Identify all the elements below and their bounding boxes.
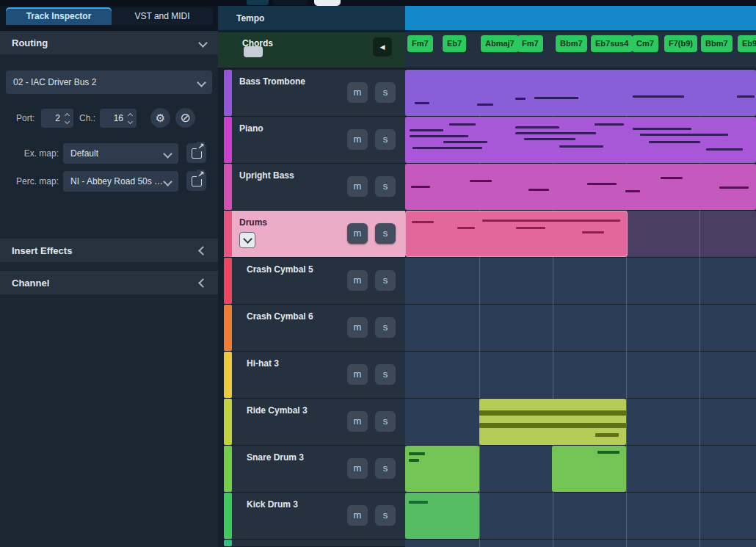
open-expression-map-button[interactable] xyxy=(186,143,206,163)
tempo-track-header[interactable]: Tempo xyxy=(218,6,405,30)
chord-chip[interactable]: Fm7 xyxy=(517,35,543,52)
chevron-down-icon xyxy=(243,234,252,244)
track-row-upright-bass[interactable]: Upright Bass m s xyxy=(224,164,405,210)
midi-note xyxy=(410,135,468,137)
chord-chip[interactable]: Bbm7 xyxy=(701,35,733,52)
midi-note xyxy=(477,104,493,106)
track-row-snare-drum-3[interactable]: Snare Drum 3 m s xyxy=(224,446,405,492)
port-spinner[interactable]: 2 xyxy=(41,109,73,128)
stepper-down-icon[interactable] xyxy=(65,118,70,123)
track-row-crash-cymbal-5[interactable]: Crash Cymbal 5 m s xyxy=(224,258,405,304)
chord-chip[interactable]: Cm7 xyxy=(632,35,658,52)
channel-spinner[interactable]: 16 xyxy=(100,109,137,128)
chevron-left-icon xyxy=(198,246,208,256)
bypass-icon: ⊘ xyxy=(180,110,190,126)
tab-vst-and-midi[interactable]: VST and MIDI xyxy=(112,7,213,25)
midi-note xyxy=(415,102,429,104)
track-row-drums[interactable]: Drums m s xyxy=(224,211,405,257)
track-row-ride-cymbal-3[interactable]: Ride Cymbal 3 m s xyxy=(224,399,405,445)
midi-region-upright-bass[interactable] xyxy=(405,164,756,210)
solo-button[interactable]: s xyxy=(375,411,396,432)
solo-button[interactable]: s xyxy=(375,223,396,244)
mute-button[interactable]: m xyxy=(347,82,368,103)
bypass-icon-button[interactable]: ⊘ xyxy=(175,108,195,128)
midi-note xyxy=(470,180,492,182)
mute-button[interactable]: m xyxy=(347,223,368,244)
solo-button[interactable]: s xyxy=(375,176,396,197)
stepper-up-icon[interactable] xyxy=(128,112,133,117)
track-color-strip xyxy=(224,117,232,163)
top-toolbar xyxy=(0,0,756,6)
mute-button[interactable]: m xyxy=(347,317,368,338)
track-row-crash-cymbal-6[interactable]: Crash Cymbal 6 m s xyxy=(224,305,405,351)
mute-button[interactable]: m xyxy=(347,505,368,526)
toolbar-button[interactable] xyxy=(247,0,269,5)
midi-region-bass-trombone[interactable] xyxy=(405,70,756,116)
chords-lane[interactable]: Fm7 Eb7 Abmaj7 Fm7 Bbm7 Eb7sus4 Cm7 F7(b… xyxy=(405,32,756,68)
insert-effects-section-header[interactable]: Insert Effects xyxy=(0,239,218,262)
expression-map-dropdown[interactable]: Default xyxy=(63,143,178,164)
track-row-kick-drum-3[interactable]: Kick Drum 3 m s xyxy=(224,493,405,539)
tab-track-inspector[interactable]: Track Inspector xyxy=(6,7,112,25)
chords-track-header[interactable]: Chords ◀ xyxy=(218,32,405,68)
output-routing-dropdown[interactable]: 02 - IAC Driver Bus 2 xyxy=(6,70,212,94)
solo-button[interactable]: s xyxy=(375,458,396,479)
mute-button[interactable]: m xyxy=(347,458,368,479)
track-row-bass-trombone[interactable]: Bass Trombone m s xyxy=(224,70,405,116)
track-row-partial[interactable] xyxy=(224,540,405,546)
midi-region-drums-selected[interactable] xyxy=(405,211,628,257)
track-name: Kick Drum 3 xyxy=(247,499,298,510)
routing-section-header[interactable]: Routing xyxy=(0,31,218,54)
toolbar-button[interactable] xyxy=(273,0,307,5)
track-row-piano[interactable]: Piano m s xyxy=(224,117,405,163)
open-percussion-map-button[interactable] xyxy=(186,171,206,191)
gear-icon-button[interactable]: ⚙ xyxy=(150,108,170,128)
stepper-down-icon[interactable] xyxy=(128,118,133,123)
midi-note xyxy=(449,123,476,126)
collapse-track-button[interactable] xyxy=(239,232,255,248)
mute-button[interactable]: m xyxy=(347,176,368,197)
stepper-up-icon[interactable] xyxy=(65,112,70,117)
solo-button[interactable]: s xyxy=(375,82,396,103)
percussion-map-dropdown[interactable]: NI - Abbey Road 50s Dru... xyxy=(63,171,178,192)
solo-button[interactable]: s xyxy=(375,505,396,526)
chord-chip[interactable]: Eb9 xyxy=(738,35,756,52)
track-color-strip xyxy=(224,70,232,116)
slider-handle[interactable] xyxy=(244,46,263,57)
track-row-hi-hat-3[interactable]: Hi-hat 3 m s xyxy=(224,352,405,398)
monitor-button[interactable]: ◀ xyxy=(373,37,392,57)
midi-note xyxy=(457,227,475,229)
solo-button[interactable]: s xyxy=(375,270,396,291)
solo-button[interactable]: s xyxy=(375,317,396,338)
midi-note xyxy=(479,423,626,428)
chord-chip[interactable]: Abmaj7 xyxy=(481,35,519,52)
timeline-lane xyxy=(405,258,756,304)
midi-region-ride-cymbal[interactable] xyxy=(479,399,626,445)
tempo-lane[interactable] xyxy=(405,6,756,30)
midi-region-kick[interactable] xyxy=(405,493,479,539)
mute-button[interactable]: m xyxy=(347,364,368,385)
chord-chip[interactable]: F7(b9) xyxy=(664,35,697,52)
channel-section-header[interactable]: Channel xyxy=(0,271,218,294)
midi-note xyxy=(640,134,728,136)
track-color-strip xyxy=(224,352,232,398)
chord-chip[interactable]: Fm7 xyxy=(407,35,433,52)
midi-region-snare-b[interactable] xyxy=(552,446,626,492)
track-color-strip xyxy=(224,446,232,492)
mute-button[interactable]: m xyxy=(347,270,368,291)
chord-chip[interactable]: Eb7 xyxy=(443,35,466,52)
midi-region-piano[interactable] xyxy=(405,117,756,163)
chord-chip[interactable]: Eb7sus4 xyxy=(591,35,633,52)
midi-region-snare-a[interactable] xyxy=(405,446,479,492)
track-name: Snare Drum 3 xyxy=(247,452,304,463)
midi-note xyxy=(528,189,549,191)
solo-button[interactable]: s xyxy=(375,129,396,150)
toolbar-button[interactable] xyxy=(314,0,341,6)
midi-note xyxy=(412,147,482,149)
external-link-icon xyxy=(192,148,202,159)
chord-chip[interactable]: Bbm7 xyxy=(556,35,587,52)
midi-region-drums-muted[interactable] xyxy=(628,211,756,257)
mute-button[interactable]: m xyxy=(347,411,368,432)
solo-button[interactable]: s xyxy=(375,364,396,385)
mute-button[interactable]: m xyxy=(347,129,368,150)
